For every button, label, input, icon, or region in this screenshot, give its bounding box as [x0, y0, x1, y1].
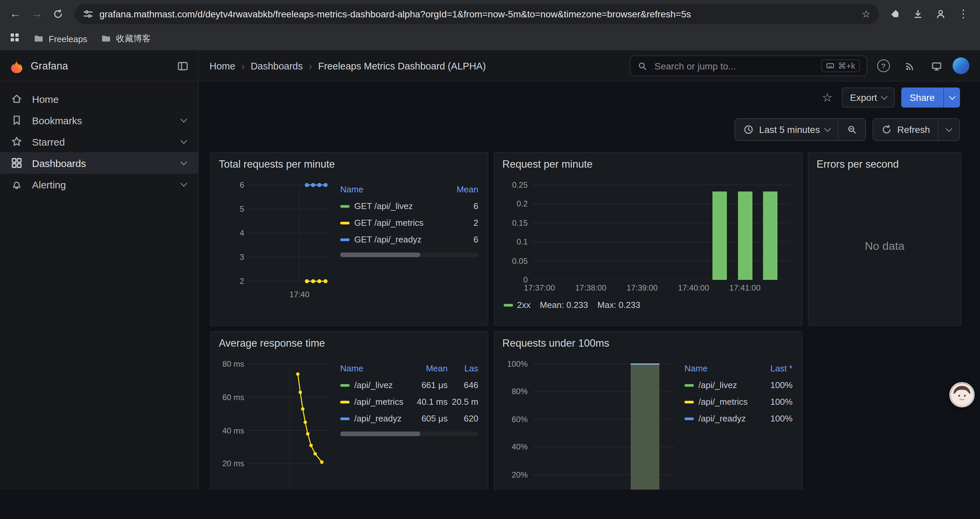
y-axis-tick: 40 ms	[218, 426, 244, 436]
breadcrumb: Home › Dashboards › Freeleaps Metrics Da…	[210, 60, 486, 72]
legend-row[interactable]: /api/_readyz 100%	[684, 410, 792, 427]
chevron-down-icon[interactable]	[180, 115, 187, 122]
display-icon[interactable]	[926, 55, 947, 77]
refresh-button[interactable]: Refresh	[873, 119, 938, 140]
legend-row[interactable]: GET /api/_readyz 6	[340, 231, 478, 248]
refresh-icon	[881, 124, 892, 135]
search-box[interactable]: ⌘+k	[630, 56, 867, 76]
sidebar-item-alerting[interactable]: Alerting	[0, 174, 198, 195]
legend-row[interactable]: GET /api/_livez 6	[340, 198, 478, 214]
export-button[interactable]: Export	[842, 88, 894, 107]
download-icon[interactable]	[908, 4, 928, 24]
legend-scrollbar-thumb[interactable]	[340, 252, 420, 257]
legend-header-name[interactable]: Name	[684, 363, 758, 374]
panel-title-bar[interactable]: Errors per second	[808, 153, 961, 172]
legend-header-last[interactable]: Last *	[758, 363, 792, 374]
series-swatch	[340, 384, 350, 386]
legend-scrollbar[interactable]	[340, 431, 478, 436]
reload-icon[interactable]	[48, 4, 68, 24]
breadcrumb-dashboards[interactable]: Dashboards	[250, 61, 302, 71]
time-range-picker[interactable]: Last 5 minutes	[735, 119, 838, 140]
user-avatar[interactable]	[953, 57, 969, 74]
search-input[interactable]	[653, 60, 816, 72]
panel-title: Request per minute	[502, 158, 794, 170]
star-icon	[11, 136, 23, 148]
legend-series[interactable]: 2xx	[504, 300, 530, 310]
panel-title-bar[interactable]: Total requests per minute	[211, 153, 488, 172]
legend-row[interactable]: /api/_readyz 605 μs 620	[340, 410, 478, 427]
series-swatch	[340, 417, 350, 420]
forward-icon[interactable]: →	[27, 4, 47, 24]
favorite-star-icon[interactable]: ☆	[819, 88, 835, 107]
legend-row[interactable]: /api/_livez 100%	[684, 377, 792, 393]
legend-header-mean[interactable]: Mean	[444, 184, 478, 194]
assistant-avatar-button[interactable]	[949, 382, 975, 407]
breadcrumb-separator: ›	[309, 60, 312, 72]
chevron-down-icon[interactable]	[180, 137, 187, 144]
chart-average-response-time[interactable]: 80 ms60 ms40 ms20 ms0 s17:40	[248, 359, 331, 490]
sidebar-item-starred[interactable]: Starred	[0, 131, 198, 152]
profile-icon[interactable]	[931, 4, 951, 24]
y-axis-tick: 40%	[501, 442, 528, 452]
dock-menu-icon[interactable]	[177, 60, 189, 72]
chevron-down-icon[interactable]	[180, 158, 187, 165]
panel-title-bar[interactable]: Average response time	[211, 332, 488, 351]
legend-row[interactable]: /api/_metrics 100%	[684, 393, 792, 410]
sidebar-item-bookmarks[interactable]: Bookmarks	[0, 110, 198, 131]
panel-title: Average response time	[219, 337, 480, 349]
sidebar-item-home[interactable]: Home	[0, 88, 198, 110]
share-button[interactable]: Share	[901, 88, 943, 107]
bookmark-item-blog[interactable]: 收藏博客	[101, 33, 151, 45]
breadcrumb-home[interactable]: Home	[210, 61, 235, 71]
bookmark-item-freeleaps[interactable]: Freeleaps	[33, 34, 88, 44]
legend-table: Name Last * /api/_livez 100% /api/_metri…	[682, 351, 802, 490]
extensions-icon[interactable]	[885, 4, 905, 24]
time-controls: Last 5 minutes Refresh	[199, 111, 980, 143]
dashboard-canvas: ☆ Export Share Last 5 minutes	[199, 81, 980, 490]
legend-row[interactable]: GET /api/_metrics 2	[340, 214, 478, 231]
panel-title-bar[interactable]: Requests under 100ms	[494, 332, 802, 351]
grafana-logo[interactable]	[10, 58, 24, 73]
legend-header-name[interactable]: Name	[340, 363, 413, 374]
panel-average-response-time: Average response time 80 ms60 ms40 ms20 …	[210, 331, 488, 490]
legend-header-name[interactable]: Name	[340, 184, 444, 194]
help-icon[interactable]: ?	[873, 55, 894, 77]
y-axis-tick: 5	[218, 204, 244, 214]
refresh-interval-button[interactable]	[938, 119, 959, 140]
legend-header-mean[interactable]: Mean	[413, 363, 448, 374]
series-swatch	[340, 401, 350, 403]
refresh-group: Refresh	[873, 118, 960, 141]
legend-row[interactable]: /api/_metrics 40.1 ms 20.5 m	[340, 393, 478, 410]
share-menu-button[interactable]	[943, 88, 960, 107]
no-data-message: No data	[808, 172, 961, 321]
legend-table: Name Mean Las /api/_livez 661 μs 646	[337, 351, 488, 490]
legend-row[interactable]: /api/_livez 661 μs 646	[340, 377, 478, 393]
legend-scrollbar[interactable]	[340, 252, 478, 257]
panel-total-requests: Total requests per minute 6543217:40 Nam…	[210, 152, 488, 326]
y-axis-tick: 0.1	[501, 237, 528, 247]
panel-title: Total requests per minute	[219, 158, 480, 170]
browser-menu-icon[interactable]: ⋮	[953, 4, 973, 24]
keyboard-icon	[826, 61, 835, 70]
back-icon[interactable]: ←	[5, 4, 25, 24]
series-swatch	[340, 205, 350, 208]
legend-header-last[interactable]: Las	[448, 363, 478, 374]
sidebar-item-dashboards[interactable]: Dashboards	[0, 152, 198, 174]
news-rss-icon[interactable]	[899, 55, 921, 77]
chart-total-requests[interactable]: 6543217:40	[248, 180, 331, 287]
panel-title-bar[interactable]: Request per minute	[494, 153, 802, 172]
bookmark-star-icon[interactable]: ☆	[862, 8, 870, 20]
folder-icon	[101, 34, 111, 44]
legend-max: Max: 0.233	[597, 300, 640, 310]
grafana-header-left: Grafana	[0, 51, 199, 81]
chart-request-per-minute[interactable]: 0.250.20.150.10.05017:37:0017:38:0017:39…	[532, 180, 790, 280]
chart-requests-under-100ms[interactable]: 100%80%60%40%20%0%17:40	[532, 359, 675, 490]
legend-scrollbar-thumb[interactable]	[340, 431, 420, 436]
site-info-icon[interactable]	[83, 8, 94, 19]
panel-title: Requests under 100ms	[502, 337, 794, 349]
apps-grid-icon[interactable]	[10, 32, 20, 45]
panel-request-per-minute: Request per minute 0.250.20.150.10.05017…	[494, 152, 803, 326]
url-bar[interactable]: grafana.mathmast.com/d/deytv4rwavabkb/fr…	[75, 4, 878, 24]
chevron-down-icon[interactable]	[180, 180, 187, 186]
zoom-out-button[interactable]	[838, 119, 865, 140]
